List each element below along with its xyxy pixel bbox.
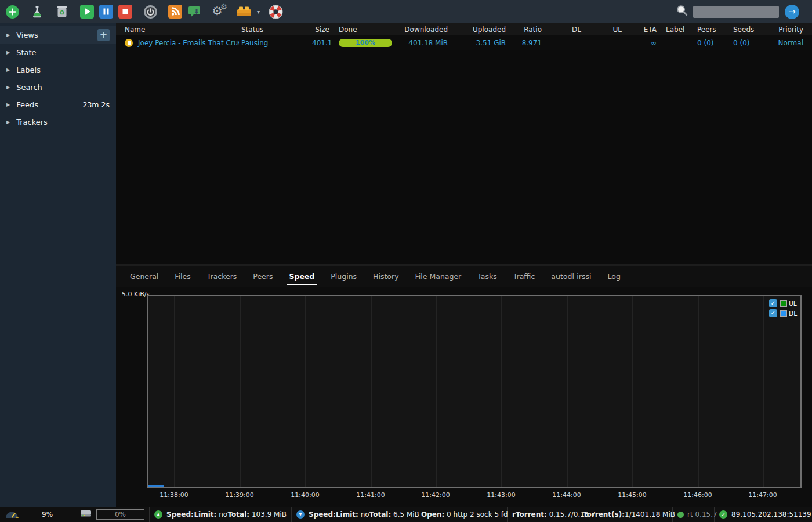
rtorrent-version-section: rTorrent: 0.15.7/0.15.7: [507, 507, 578, 522]
torrent-list: Name Status Size Done Downloaded Uploade…: [116, 23, 812, 264]
x-tick: 11:38:00: [160, 491, 188, 499]
search-input[interactable]: [693, 6, 779, 18]
rtorrent-label: rTorrent:: [512, 510, 547, 519]
column-header-downloaded[interactable]: Downloaded: [392, 26, 450, 34]
paused-state-icon: [125, 39, 133, 47]
tab-history[interactable]: History: [365, 266, 407, 287]
dl-checkbox[interactable]: ✓: [769, 309, 777, 317]
plugins-dropdown-caret[interactable]: ▾: [257, 9, 260, 15]
up-speed-label: Speed:: [166, 510, 194, 519]
column-header-peers[interactable]: Peers: [691, 26, 727, 34]
upload-speed-section[interactable]: ▲ Speed: Limit: no Total: 103.9 MiB: [150, 507, 292, 522]
x-tick: 11:46:00: [683, 491, 712, 499]
chevron-right-icon: ▶: [6, 67, 10, 72]
sidebar-item-labels[interactable]: ▶ Labels: [0, 61, 116, 78]
tab-peers[interactable]: Peers: [245, 266, 281, 287]
peer-address: 89.105.202.138:51139: [731, 510, 811, 519]
up-limit-label: Limit:: [194, 510, 216, 519]
tab-speed[interactable]: Speed: [281, 266, 322, 287]
column-header-priority[interactable]: Priority: [763, 26, 812, 34]
search-bar: →: [676, 4, 807, 19]
tab-tasks[interactable]: Tasks: [469, 266, 505, 287]
rss-icon: [168, 5, 182, 19]
torrent-downloaded: 401.18 MiB: [392, 39, 450, 47]
tab-general[interactable]: General: [122, 266, 166, 287]
down-limit-label: Limit:: [336, 510, 358, 519]
tab-log[interactable]: Log: [599, 266, 628, 287]
column-header-uploaded[interactable]: Uploaded: [450, 26, 508, 34]
search-go-button[interactable]: →: [785, 5, 799, 19]
sidebar-item-views[interactable]: ▶ Views +: [0, 26, 116, 44]
x-tick: 11:45:00: [618, 491, 646, 499]
ul-legend-label: UL: [789, 300, 797, 307]
stop-button[interactable]: [118, 4, 133, 19]
plugin-brick-icon: [237, 5, 252, 19]
settings-button[interactable]: ⚙⚙: [212, 4, 227, 19]
shutdown-button[interactable]: [143, 4, 158, 19]
column-header-label[interactable]: Label: [659, 26, 691, 34]
chevron-right-icon: ▶: [6, 119, 10, 125]
remove-torrent-button[interactable]: ♻: [55, 4, 70, 19]
down-speed-label: Speed:: [309, 510, 336, 519]
client-version: rt 0.15.7: [687, 510, 717, 519]
sidebar-item-label: Views: [16, 31, 38, 39]
torrent-eta: ∞: [624, 39, 659, 47]
sidebar-item-label: Trackers: [16, 118, 48, 126]
tab-file-manager[interactable]: File Manager: [407, 266, 470, 287]
toolbar: ♻ ⚙⚙ ▾: [0, 0, 812, 23]
tab-files[interactable]: Files: [166, 266, 198, 287]
column-header-eta[interactable]: ETA: [624, 26, 659, 34]
download-arrow-icon: ▼: [296, 510, 304, 519]
torrent-name: Joey Percia - Emails That Crush: [138, 39, 239, 47]
add-view-button[interactable]: +: [97, 29, 110, 41]
column-header-name[interactable]: Name: [116, 26, 239, 34]
status-dot-icon: [677, 512, 684, 518]
download-speed-section[interactable]: ▼ Speed: Limit: no Total: 6.5 MiB: [292, 507, 416, 522]
column-header-done[interactable]: Done: [336, 26, 392, 34]
sidebar-item-feeds[interactable]: ▶ Feeds 23m 2s: [0, 96, 116, 113]
x-tick: 11:41:00: [356, 491, 385, 499]
sidebar-item-search[interactable]: ▶ Search: [0, 78, 116, 96]
down-total-label: Total:: [369, 510, 392, 519]
add-torrent-button[interactable]: [5, 4, 20, 19]
torrent-uploaded: 3.51 GiB: [450, 39, 508, 47]
open-connections-section: Open: 0 http 2 sock 5 fd: [416, 507, 507, 522]
disk-section: 0%: [75, 507, 150, 522]
open-value: 0 http 2 sock 5 fd: [447, 510, 508, 519]
column-header-ul[interactable]: UL: [583, 26, 624, 34]
tab-trackers[interactable]: Trackers: [199, 266, 245, 287]
x-axis: 11:38:00 11:39:00 11:40:00 11:41:00 11:4…: [147, 491, 802, 501]
search-icon: [676, 4, 688, 19]
column-header-status[interactable]: Status: [239, 26, 310, 34]
table-row[interactable]: Joey Percia - Emails That Crush Pausing …: [116, 35, 812, 50]
up-total-label: Total:: [227, 510, 249, 519]
dl-legend-label: DL: [789, 310, 797, 317]
tab-autodl-irssi[interactable]: autodl-irssi: [543, 266, 599, 287]
start-button[interactable]: [79, 4, 95, 19]
pause-button[interactable]: [99, 4, 114, 19]
disk-usage-bar: 0%: [96, 509, 144, 520]
sidebar-item-state[interactable]: ▶ State: [0, 44, 116, 61]
rss-button[interactable]: [168, 4, 183, 19]
stop-icon: [118, 5, 132, 19]
chat-button[interactable]: [187, 4, 202, 19]
chevron-right-icon: ▶: [6, 50, 10, 55]
x-tick: 11:42:00: [421, 491, 449, 499]
help-button[interactable]: [268, 4, 283, 19]
tab-traffic[interactable]: Traffic: [505, 266, 543, 287]
torrent-seeds: 0 (0): [727, 39, 763, 47]
chat-download-icon: [187, 5, 201, 19]
column-header-dl[interactable]: DL: [544, 26, 583, 34]
tab-plugins[interactable]: Plugins: [322, 266, 365, 287]
column-header-seeds[interactable]: Seeds: [727, 26, 763, 34]
column-header-size[interactable]: Size: [310, 26, 332, 34]
ul-checkbox[interactable]: ✓: [769, 299, 777, 307]
up-limit-value: no: [219, 510, 227, 519]
chevron-right-icon: ▶: [6, 102, 10, 107]
load-url-button[interactable]: [30, 4, 45, 19]
sidebar-item-trackers[interactable]: ▶ Trackers: [0, 113, 116, 130]
column-header-ratio[interactable]: Ratio: [508, 26, 544, 34]
plugins-button[interactable]: [237, 4, 252, 19]
down-total-value: 6.5 MiB: [393, 510, 419, 519]
chart-legend: ✓ UL ✓ DL: [769, 299, 797, 319]
